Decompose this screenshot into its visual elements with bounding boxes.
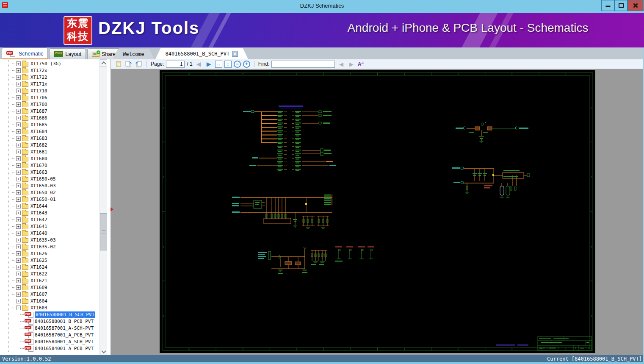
find-next-button[interactable]: ▶ — [347, 60, 355, 68]
tree-item-folder[interactable]: + XT1686 — [0, 114, 100, 121]
expand-toggle[interactable]: + — [16, 156, 21, 161]
expand-toggle[interactable]: + — [16, 299, 21, 303]
tree-item-folder[interactable]: + XT1609 — [0, 284, 100, 291]
rotate-right-button[interactable] — [135, 60, 143, 68]
expand-toggle[interactable]: + — [16, 102, 21, 107]
tree-item-folder[interactable]: + XT1644 — [0, 203, 100, 209]
tree-item-folder[interactable]: + XT1622 — [0, 270, 100, 277]
fit-width-button[interactable]: ↔ — [215, 61, 222, 68]
expand-toggle[interactable]: + — [16, 238, 21, 242]
tree-item-folder[interactable]: + XT1670 — [0, 162, 100, 169]
scroll-down-arrow[interactable] — [100, 348, 107, 355]
tree-item-folder[interactable]: + XT1642 — [0, 216, 100, 223]
tree-item-folder[interactable]: + XT1663 — [0, 169, 100, 175]
expand-toggle[interactable]: + — [16, 82, 21, 86]
zoom-in-button[interactable]: + — [243, 61, 250, 68]
tree-item-folder[interactable]: + XT1604 — [0, 297, 100, 304]
tree-item-folder[interactable]: + XT1635-03 — [0, 236, 100, 243]
doc-tab-84016588001_b_sch_pvt[interactable]: 84016588001_B_SCH_PVT — [155, 48, 249, 59]
expand-toggle[interactable]: + — [16, 285, 21, 290]
expand-toggle[interactable]: + — [16, 163, 21, 168]
tree-item-folder[interactable]: + XT1700 — [0, 101, 100, 108]
rotate-left-button[interactable] — [124, 60, 133, 68]
tree-scrollbar[interactable] — [100, 59, 107, 355]
tree-item-folder[interactable]: + XT1680 — [0, 155, 100, 162]
tree-item-folder[interactable]: + XT1681 — [0, 148, 100, 155]
expand-toggle[interactable]: + — [16, 68, 21, 73]
tree-item-folder[interactable]: + XT1607 — [0, 291, 100, 297]
minimize-button[interactable] — [601, 0, 614, 11]
tree-item-folder[interactable]: + XT1687 — [0, 108, 100, 114]
expand-toggle[interactable]: + — [16, 211, 21, 215]
tree-item-file[interactable]: PDF 84016587001_A_PCB_PVT — [0, 331, 100, 338]
previous-page-button[interactable]: ◀ — [195, 60, 203, 68]
tree-item-folder[interactable]: + XT1710 — [0, 87, 100, 94]
tree-item-file[interactable]: PDF 84016587001_A-SCH-PVT — [0, 325, 100, 331]
tree-item-folder[interactable]: + XT1682 — [0, 142, 100, 148]
tree-item-folder[interactable]: + XT1684 — [0, 128, 100, 135]
zoom-out-button[interactable]: − — [234, 61, 241, 68]
expand-toggle[interactable]: + — [16, 95, 21, 100]
tree-item-folder[interactable]: + XT1625 — [0, 257, 100, 264]
expand-toggle[interactable]: + — [16, 177, 21, 181]
tree-item-folder[interactable]: + XT1635-02 — [0, 243, 100, 250]
expand-toggle[interactable]: + — [16, 116, 21, 120]
tree-item-folder[interactable]: + XT1722 — [0, 74, 100, 81]
tree-item-folder[interactable]: + XT1650-03 — [0, 182, 100, 189]
expand-toggle[interactable]: + — [16, 251, 21, 256]
close-tab-button[interactable] — [232, 51, 238, 57]
tree-item-folder-expanded[interactable]: - XT1603 — [0, 304, 100, 311]
expand-toggle[interactable]: + — [16, 136, 21, 141]
expand-toggle[interactable]: + — [16, 190, 21, 195]
close-button[interactable] — [627, 0, 644, 11]
page-number-input[interactable] — [166, 61, 185, 68]
expand-toggle[interactable]: + — [16, 258, 21, 263]
fit-page-button[interactable]: ↕ — [224, 61, 232, 68]
tree-item-folder[interactable]: + XT1706 — [0, 94, 100, 101]
tree-item-file[interactable]: PDF 84016588001_B_PCB_PVT — [0, 318, 100, 325]
tree-item-file[interactable]: PDF 84016584001_A_SCH_PVT — [0, 338, 100, 345]
next-page-button[interactable]: ▶ — [205, 60, 213, 68]
expand-toggle[interactable]: + — [16, 272, 21, 276]
expand-toggle[interactable]: + — [16, 183, 21, 188]
tree-item-folder[interactable]: + XT171x — [0, 81, 100, 87]
find-input[interactable] — [271, 61, 335, 68]
tree-item-folder[interactable]: + XT1685 — [0, 121, 100, 128]
tree-item-folder[interactable]: + XT1650-05 — [0, 175, 100, 182]
doc-tab-welcome[interactable]: Welcome — [113, 49, 155, 59]
tree-item-folder[interactable]: + XT1624 — [0, 264, 100, 270]
expand-toggle[interactable]: + — [16, 231, 21, 236]
tree-item-folder[interactable]: + XT1650-02 — [0, 189, 100, 196]
expand-toggle[interactable]: + — [16, 143, 21, 147]
expand-toggle[interactable]: + — [16, 109, 21, 114]
copy-page-button[interactable] — [114, 60, 122, 68]
tree-item-folder[interactable]: + XT1626 — [0, 250, 100, 257]
expand-toggle[interactable]: + — [16, 170, 21, 175]
scroll-up-arrow[interactable] — [100, 59, 107, 67]
tree-item-folder[interactable]: + XT1750 (3G) — [0, 60, 100, 67]
expand-toggle[interactable]: + — [16, 150, 21, 154]
expand-toggle[interactable]: + — [16, 197, 21, 202]
tree-item-folder[interactable]: + XT1650-01 — [0, 196, 100, 203]
scrollbar-thumb[interactable] — [100, 213, 107, 250]
expand-toggle[interactable]: + — [16, 245, 21, 249]
expand-toggle[interactable]: + — [16, 292, 21, 297]
tree-item-folder[interactable]: + XT172x — [0, 67, 100, 74]
tab-schematic[interactable]: PDFSchematic — [2, 47, 48, 59]
tree-item-folder[interactable]: + XT1621 — [0, 277, 100, 284]
schematic-canvas[interactable]: 8877665544332211DDCCBBAA — [160, 70, 595, 353]
expand-toggle[interactable]: + — [16, 224, 21, 229]
tree-item-folder[interactable]: + XT1643 — [0, 209, 100, 216]
tree-item-folder[interactable]: + XT1640 — [0, 230, 100, 236]
expand-toggle[interactable]: + — [16, 129, 21, 134]
match-case-icon[interactable]: Aa — [357, 61, 363, 67]
expand-toggle[interactable]: + — [16, 204, 21, 208]
expand-toggle[interactable]: + — [16, 61, 21, 66]
expand-toggle[interactable]: + — [16, 75, 21, 80]
collapse-toggle[interactable]: - — [16, 306, 21, 310]
tab-layout[interactable]: PADSLayout — [49, 48, 86, 59]
expand-toggle[interactable]: + — [16, 122, 21, 127]
tree-item-folder[interactable]: + XT1641 — [0, 223, 100, 230]
maximize-button[interactable] — [614, 0, 627, 11]
tree-item-folder[interactable]: + XT1683 — [0, 135, 100, 142]
